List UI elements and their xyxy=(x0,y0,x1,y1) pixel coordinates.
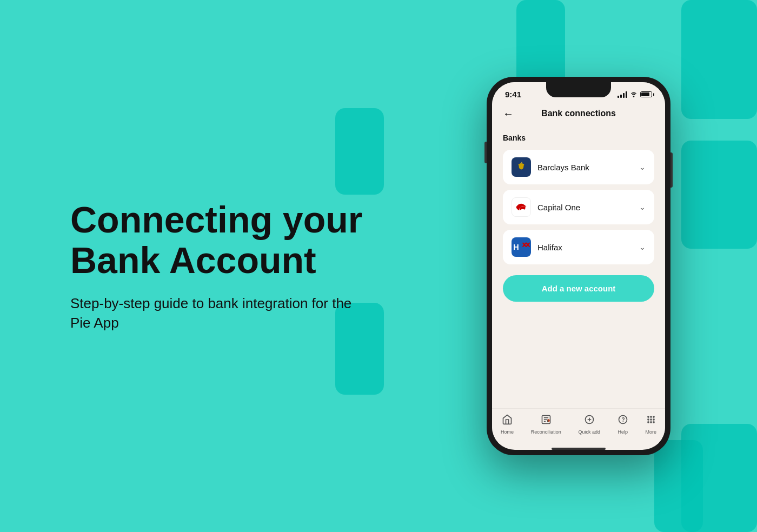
nav-home-label: Home xyxy=(501,429,514,435)
notch xyxy=(546,82,611,97)
subtitle: Step-by-step guide to bank integration f… xyxy=(70,293,373,332)
status-time: 9:41 xyxy=(505,90,521,99)
wifi-icon xyxy=(630,91,638,97)
screen-content: Banks Barclays Bank ⌄ xyxy=(492,125,665,408)
battery-fill xyxy=(641,92,649,96)
svg-rect-18 xyxy=(653,418,654,420)
bank-item-halifax[interactable]: H Halifax ⌄ xyxy=(503,230,654,264)
main-title: Connecting your Bank Account xyxy=(70,200,373,281)
halifax-chevron-icon: ⌄ xyxy=(639,243,646,251)
help-icon: ? xyxy=(617,414,628,428)
add-account-button[interactable]: Add a new account xyxy=(503,275,654,302)
svg-rect-15 xyxy=(653,416,654,417)
reconciliation-icon: ! xyxy=(541,414,552,428)
svg-rect-20 xyxy=(650,421,652,423)
barclays-eagle-icon xyxy=(515,161,527,173)
barclays-logo xyxy=(512,157,531,177)
nav-item-help[interactable]: ? Help xyxy=(617,414,628,435)
deco-rect-4 xyxy=(681,0,757,119)
nav-item-home[interactable]: Home xyxy=(501,414,514,435)
nav-header: ← Bank connections xyxy=(492,102,665,125)
nav-more-label: More xyxy=(646,429,657,435)
halifax-logo: H xyxy=(512,237,531,257)
bank-item-barclays[interactable]: Barclays Bank ⌄ xyxy=(503,150,654,184)
nav-quickadd-label: Quick add xyxy=(579,429,601,435)
nav-item-reconciliation[interactable]: ! Reconciliation xyxy=(531,414,561,435)
phone-screen: 9:41 xyxy=(492,82,665,450)
deco-rect-5 xyxy=(681,141,757,249)
nav-title: Bank connections xyxy=(541,109,616,118)
more-icon xyxy=(646,414,656,428)
phone-outer: 9:41 xyxy=(487,77,670,455)
nav-item-quickadd[interactable]: Quick add xyxy=(579,414,601,435)
deco-rect-2 xyxy=(335,108,384,195)
barclays-bank-name: Barclays Bank xyxy=(537,163,639,172)
home-icon xyxy=(502,414,513,428)
halifax-bank-name: Halifax xyxy=(537,243,639,252)
barclays-chevron-icon: ⌄ xyxy=(639,163,646,171)
left-section: Connecting your Bank Account Step-by-ste… xyxy=(70,200,373,332)
svg-rect-14 xyxy=(650,416,652,417)
status-bar: 9:41 xyxy=(492,82,665,102)
bottom-nav: Home ! Reconciliation xyxy=(492,408,665,445)
halifax-x-icon: H xyxy=(513,241,530,254)
bank-item-capitalone[interactable]: Capital One ⌄ xyxy=(503,190,654,224)
capitalone-swoosh-icon xyxy=(514,201,529,213)
nav-reconciliation-label: Reconciliation xyxy=(531,429,561,435)
capitalone-bank-name: Capital One xyxy=(537,203,639,212)
nav-item-more[interactable]: More xyxy=(646,414,657,435)
signal-bars-icon xyxy=(617,91,627,98)
svg-text:?: ? xyxy=(621,417,625,423)
svg-rect-19 xyxy=(647,421,649,423)
battery-icon xyxy=(640,91,652,97)
svg-rect-21 xyxy=(653,421,654,423)
capitalone-chevron-icon: ⌄ xyxy=(639,203,646,211)
quickadd-icon xyxy=(584,414,595,428)
svg-text:!: ! xyxy=(547,420,548,422)
banks-section-label: Banks xyxy=(503,134,654,142)
deco-rect-7 xyxy=(681,424,757,532)
nav-help-label: Help xyxy=(618,429,628,435)
back-button[interactable]: ← xyxy=(503,108,514,120)
svg-rect-17 xyxy=(650,418,652,420)
svg-rect-16 xyxy=(647,418,649,420)
capitalone-logo xyxy=(512,197,531,217)
svg-text:H: H xyxy=(513,242,519,251)
status-icons xyxy=(617,91,652,98)
home-indicator xyxy=(552,448,606,450)
svg-rect-13 xyxy=(647,416,649,417)
phone-mockup: 9:41 xyxy=(487,77,670,455)
